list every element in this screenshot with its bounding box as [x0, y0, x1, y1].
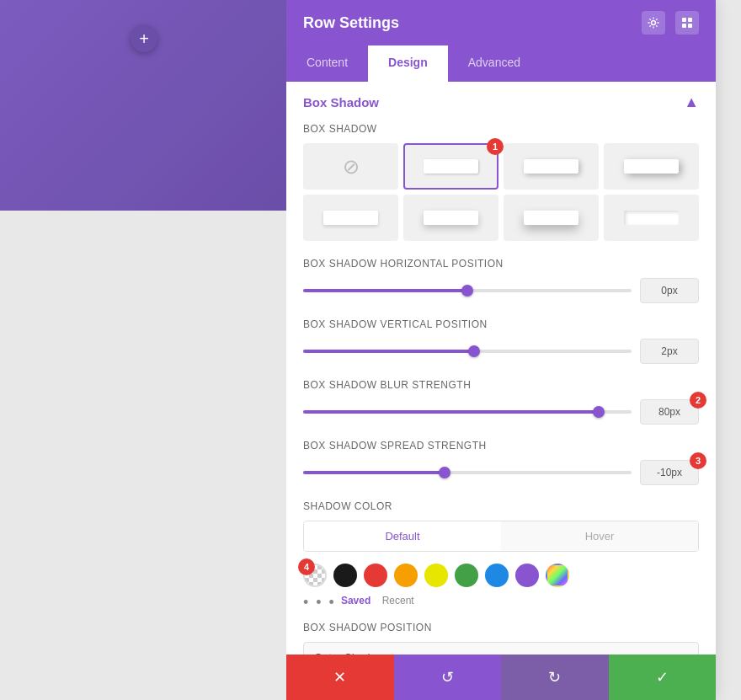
spread-slider-fill — [303, 471, 445, 474]
shadow-preset-2[interactable] — [504, 143, 599, 190]
undo-button[interactable]: ↺ — [394, 655, 502, 700]
svg-rect-1 — [682, 18, 686, 22]
shadow-presets-grid: ⊘ 1 — [303, 143, 699, 241]
vertical-label: Box Shadow Vertical Position — [303, 318, 699, 330]
color-tab-hover[interactable]: Hover — [501, 521, 698, 551]
blur-strength-row: Box Shadow Blur Strength 80px 2 — [303, 379, 699, 425]
tab-content[interactable]: Content — [286, 45, 368, 82]
shadow-preset-1[interactable]: 1 — [403, 143, 498, 190]
blur-slider-thumb[interactable] — [593, 406, 605, 418]
modal-footer: ✕ ↺ ↻ ✓ — [286, 655, 716, 700]
shadow-preset-3[interactable] — [604, 143, 699, 190]
settings-icon[interactable] — [642, 11, 665, 35]
color-swatches: 4 — [303, 564, 699, 587]
left-panel: + — [0, 0, 286, 700]
box-shadow-section: Box Shadow ▲ Box Shadow ⊘ 1 — [286, 82, 716, 655]
redo-button[interactable]: ↻ — [501, 655, 609, 700]
add-button[interactable]: + — [131, 25, 157, 52]
tab-design[interactable]: Design — [368, 45, 448, 82]
blur-slider-track[interactable] — [303, 410, 632, 414]
svg-point-0 — [652, 21, 656, 25]
blur-value[interactable]: 80px 2 — [640, 399, 699, 425]
spread-badge: 3 — [690, 452, 706, 469]
spread-slider-control: -10px 3 — [303, 460, 699, 485]
color-more-dots[interactable]: • • • — [303, 594, 336, 612]
blur-slider-fill — [303, 410, 599, 414]
blur-label: Box Shadow Blur Strength — [303, 379, 699, 391]
saved-recent-labels: Saved Recent — [341, 595, 414, 606]
shadow-position-select[interactable]: Outer Shadow Inner Shadow — [303, 642, 699, 655]
color-swatch-custom[interactable] — [546, 564, 569, 587]
box-shadow-label: Box Shadow — [303, 123, 699, 135]
horizontal-slider-control: 0px — [303, 278, 699, 303]
header-icons — [642, 11, 699, 35]
color-swatch-orange[interactable] — [394, 564, 418, 587]
color-swatch-green[interactable] — [455, 564, 478, 587]
horizontal-value[interactable]: 0px — [640, 278, 699, 303]
shadow-preset-6[interactable] — [504, 195, 599, 241]
preset-box-1 — [424, 159, 478, 174]
color-badge-4: 4 — [298, 558, 315, 575]
modal-body: Box Shadow ▲ Box Shadow ⊘ 1 — [286, 82, 716, 655]
color-tab-default[interactable]: Default — [304, 521, 501, 551]
color-section-label: Shadow Color — [303, 500, 699, 512]
no-shadow-icon: ⊘ — [343, 155, 360, 179]
color-tabs: Default Hover — [303, 521, 699, 552]
shadow-preset-7[interactable] — [604, 195, 699, 241]
preset-badge-1: 1 — [487, 138, 504, 155]
preset-box-2 — [524, 159, 578, 174]
modal-header: Row Settings — [286, 0, 716, 45]
preset-box-7 — [624, 211, 679, 226]
recent-label[interactable]: Recent — [382, 595, 414, 606]
svg-rect-4 — [688, 24, 692, 28]
shadow-preset-none[interactable]: ⊘ — [303, 143, 398, 190]
color-swatch-red[interactable] — [364, 564, 387, 587]
saved-label[interactable]: Saved — [341, 595, 370, 606]
shadow-position-row: Box Shadow Position Outer Shadow Inner S… — [303, 622, 699, 655]
section-title-box-shadow: Box Shadow — [303, 95, 379, 110]
blur-badge: 2 — [690, 392, 706, 409]
spread-label: Box Shadow Spread Strength — [303, 440, 699, 452]
horizontal-slider-fill — [303, 289, 467, 292]
color-swatch-transparent[interactable]: 4 — [303, 564, 327, 587]
spread-slider-thumb[interactable] — [439, 467, 450, 478]
svg-rect-2 — [688, 18, 692, 22]
preset-box-4 — [323, 211, 378, 226]
canvas-area: + — [0, 0, 286, 211]
tab-advanced[interactable]: Advanced — [448, 45, 541, 82]
modal-title: Row Settings — [303, 14, 399, 32]
vertical-slider-fill — [303, 350, 474, 353]
save-button[interactable]: ✓ — [609, 655, 717, 700]
position-label: Box Shadow Position — [303, 622, 699, 633]
layout-icon[interactable] — [675, 11, 699, 35]
preset-box-3 — [624, 159, 679, 174]
row-settings-modal: Row Settings Content Design Advanced — [286, 0, 716, 700]
vertical-position-row: Box Shadow Vertical Position 2px — [303, 318, 699, 364]
preset-box-6 — [524, 211, 578, 226]
blur-slider-control: 80px 2 — [303, 399, 699, 425]
vertical-value[interactable]: 2px — [640, 339, 699, 364]
color-swatch-blue[interactable] — [485, 564, 509, 587]
box-shadow-content: Box Shadow ⊘ 1 — [286, 123, 716, 655]
vertical-slider-control: 2px — [303, 339, 699, 364]
shadow-preset-4[interactable] — [303, 195, 398, 241]
horizontal-slider-thumb[interactable] — [461, 285, 473, 297]
color-swatch-black[interactable] — [333, 564, 357, 587]
color-swatch-yellow[interactable] — [424, 564, 448, 587]
horizontal-position-row: Box Shadow Horizontal Position 0px — [303, 258, 699, 303]
cancel-button[interactable]: ✕ — [286, 655, 394, 700]
section-collapse-icon[interactable]: ▲ — [684, 94, 699, 111]
horizontal-label: Box Shadow Horizontal Position — [303, 258, 699, 270]
box-shadow-header[interactable]: Box Shadow ▲ — [286, 82, 716, 123]
color-swatch-purple[interactable] — [515, 564, 539, 587]
preset-box-5 — [424, 211, 478, 226]
spread-value[interactable]: -10px 3 — [640, 460, 699, 485]
modal-tabs: Content Design Advanced — [286, 45, 716, 82]
spread-strength-row: Box Shadow Spread Strength -10px 3 — [303, 440, 699, 485]
vertical-slider-thumb[interactable] — [468, 345, 480, 357]
shadow-preset-5[interactable] — [403, 195, 498, 241]
spread-slider-track[interactable] — [303, 471, 632, 474]
svg-rect-3 — [682, 24, 686, 28]
horizontal-slider-track[interactable] — [303, 289, 632, 292]
vertical-slider-track[interactable] — [303, 350, 632, 353]
